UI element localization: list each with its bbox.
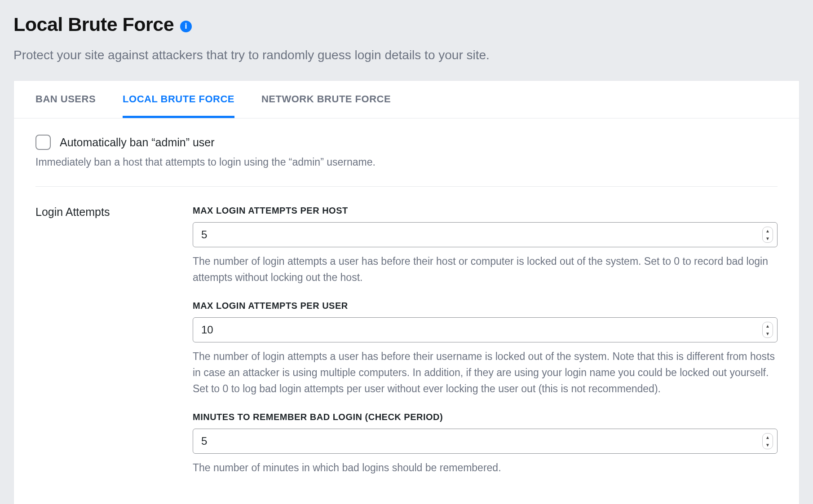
- autoban-desc: Immediately ban a host that attempts to …: [35, 156, 778, 168]
- minutes-remember-input[interactable]: [193, 429, 778, 454]
- tab-ban-users[interactable]: BAN USERS: [35, 81, 96, 118]
- card-body: Automatically ban “admin” user Immediate…: [14, 118, 799, 504]
- tabs: BAN USERS LOCAL BRUTE FORCE NETWORK BRUT…: [14, 81, 799, 118]
- info-icon[interactable]: i: [180, 21, 192, 32]
- login-attempts-section: Login Attempts MAX LOGIN ATTEMPTS PER HO…: [35, 206, 778, 491]
- field-max-per-user-input-wrap: ▲ ▼: [193, 317, 778, 342]
- max-per-user-stepper[interactable]: ▲ ▼: [762, 322, 773, 338]
- login-attempts-label: Login Attempts: [35, 206, 148, 491]
- field-minutes-remember-help: The number of minutes in which bad login…: [193, 460, 778, 476]
- chevron-up-icon: ▲: [763, 227, 773, 235]
- settings-card: BAN USERS LOCAL BRUTE FORCE NETWORK BRUT…: [13, 80, 800, 504]
- field-max-per-user: MAX LOGIN ATTEMPTS PER USER ▲ ▼ The numb…: [193, 301, 778, 397]
- field-max-per-host: MAX LOGIN ATTEMPTS PER HOST ▲ ▼ The numb…: [193, 206, 778, 285]
- login-attempts-content: MAX LOGIN ATTEMPTS PER HOST ▲ ▼ The numb…: [193, 206, 778, 491]
- page-header: Local Brute Force i Protect your site ag…: [13, 13, 800, 62]
- autoban-label: Automatically ban “admin” user: [60, 136, 215, 149]
- field-max-per-host-input-wrap: ▲ ▼: [193, 222, 778, 247]
- autoban-checkbox[interactable]: [35, 135, 51, 150]
- divider: [35, 186, 778, 187]
- max-per-host-stepper[interactable]: ▲ ▼: [762, 227, 773, 243]
- minutes-remember-stepper[interactable]: ▲ ▼: [762, 433, 773, 449]
- field-max-per-host-label: MAX LOGIN ATTEMPTS PER HOST: [193, 206, 778, 216]
- field-minutes-remember: MINUTES TO REMEMBER BAD LOGIN (CHECK PER…: [193, 412, 778, 476]
- page-subtitle: Protect your site against attackers that…: [13, 48, 800, 62]
- chevron-up-icon: ▲: [763, 322, 773, 330]
- chevron-up-icon: ▲: [763, 434, 773, 441]
- chevron-down-icon: ▼: [763, 441, 773, 449]
- field-max-per-user-label: MAX LOGIN ATTEMPTS PER USER: [193, 301, 778, 311]
- chevron-down-icon: ▼: [763, 235, 773, 242]
- field-minutes-remember-label: MINUTES TO REMEMBER BAD LOGIN (CHECK PER…: [193, 412, 778, 422]
- tab-network-brute-force[interactable]: NETWORK BRUTE FORCE: [261, 81, 391, 118]
- max-per-host-input[interactable]: [193, 222, 778, 247]
- field-max-per-user-help: The number of login attempts a user has …: [193, 349, 778, 397]
- field-max-per-host-help: The number of login attempts a user has …: [193, 254, 778, 285]
- autoban-row: Automatically ban “admin” user: [35, 135, 778, 150]
- max-per-user-input[interactable]: [193, 317, 778, 342]
- tab-local-brute-force[interactable]: LOCAL BRUTE FORCE: [123, 81, 234, 118]
- chevron-down-icon: ▼: [763, 330, 773, 337]
- page-title-row: Local Brute Force i: [13, 13, 800, 35]
- page-title: Local Brute Force: [13, 13, 174, 35]
- field-minutes-remember-input-wrap: ▲ ▼: [193, 429, 778, 454]
